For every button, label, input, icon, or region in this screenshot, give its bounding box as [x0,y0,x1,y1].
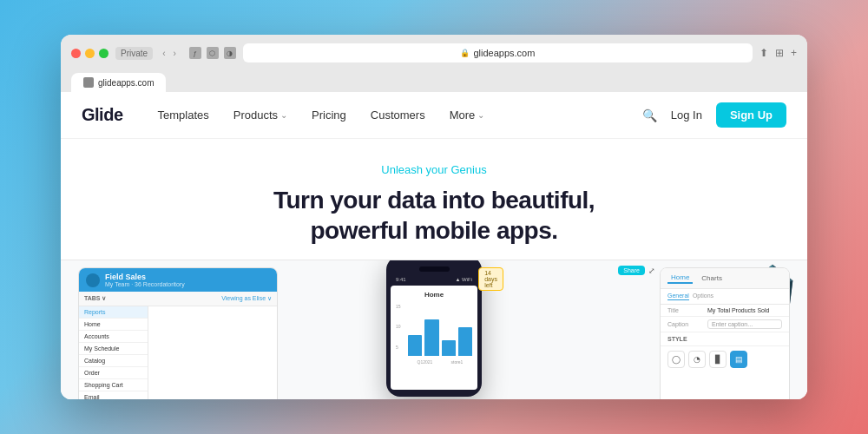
nav-products[interactable]: Products [233,108,287,122]
list-item[interactable]: Catalog [79,355,148,367]
browser-icons: ƒ ⬡ ◑ [189,47,236,59]
list-item[interactable]: Reports [79,306,148,319]
browser-chrome: Private ‹ › ƒ ⬡ ◑ 🔒 glideapps.com ⬆ ⊞ + [61,35,807,92]
search-button[interactable]: 🔍 [642,108,657,122]
phone-x-axis: Q12021 store1 [408,359,472,365]
lp-header-text: Field Sales My Team · 36 Recordatoritory [105,273,185,287]
style-pie[interactable]: ◔ [688,351,706,368]
lock-icon: 🔒 [460,49,470,57]
style-bar[interactable]: ▊ [709,351,727,368]
list-item[interactable]: My Schedule [79,343,148,355]
nav-more[interactable]: More [450,108,485,122]
rp-caption-label: Caption [667,321,702,327]
add-tab-icon[interactable]: + [791,47,797,59]
lp-content [148,306,277,399]
lp-tabs-label[interactable]: TABS ∨ [84,295,106,302]
bar-chart-bar [442,340,456,356]
site-navbar: Glide Templates Products Pricing Custome… [61,92,807,139]
nav-customers[interactable]: Customers [371,108,425,122]
phone-screen-title: Home [396,291,472,299]
tab-title: glideapps.com [98,78,154,88]
style-stack[interactable]: ▤ [730,351,747,368]
hero-tagline: Unleash your Genius [381,163,486,176]
url-text: glideapps.com [473,48,535,58]
nav-links: Templates Products Pricing Customers Mor… [158,108,642,122]
nav-templates[interactable]: Templates [158,108,209,122]
phone-y-axis: 15 10 5 [396,304,401,365]
headline-line2: powerful mobile apps. [310,217,557,244]
nav-pricing[interactable]: Pricing [312,108,346,122]
rp-style-section: STYLE [661,332,789,346]
rp-header: Home Charts [661,268,789,289]
signup-button[interactable]: Sign Up [716,102,786,128]
right-panel: Home Charts General Options Title My Tot… [660,267,790,399]
days-left-area: 14 days left Share ⤢ [618,266,655,275]
phone-notch [419,266,450,272]
share-icon[interactable]: ⬆ [760,47,768,59]
y-label: 10 [396,324,401,329]
rp-caption-input[interactable]: Enter caption... [707,319,782,329]
phone-signal: ▲ WiFi [455,277,472,282]
bar-chart-bar [458,327,472,356]
x-label: Q12021 [418,359,433,365]
browser-tab[interactable]: glideapps.com [71,73,166,92]
lp-viewing[interactable]: Viewing as Elise ∨ [221,295,272,302]
days-left-badge: 14 days left [478,267,503,291]
list-item[interactable]: Accounts [79,331,148,343]
list-item[interactable]: Email [79,391,148,399]
search-icon[interactable]: ƒ [189,47,201,59]
rp-subtabs: General Options [661,289,789,305]
extension-icon[interactable]: ⬡ [207,47,219,59]
x-label: store1 [451,359,464,365]
private-label: Private [115,47,153,60]
tabs-icon[interactable]: ⊞ [775,47,784,59]
rp-tab-charts[interactable]: Charts [698,273,726,283]
tab-bar: glideapps.com [71,69,797,92]
browser-right-icons: ⬆ ⊞ + [760,47,797,59]
back-arrow[interactable]: ‹ [160,47,168,60]
traffic-light-yellow[interactable] [85,49,95,58]
theme-icon[interactable]: ◑ [224,47,236,59]
lp-avatar [86,273,100,287]
rp-style-icons: ◯ ◔ ▊ ▤ [661,346,789,372]
phone-bars [408,304,472,356]
nav-actions: 🔍 Log In Sign Up [642,102,786,128]
login-button[interactable]: Log In [671,108,702,122]
rp-tab-home[interactable]: Home [667,273,693,284]
hero-section: Unleash your Genius Turn your data into … [61,139,807,260]
list-item[interactable]: Order [79,367,148,379]
phone-mockup: 9:41 ▲ WiFi Home 15 10 5 [386,260,482,397]
lp-title: Field Sales [105,273,185,281]
list-item[interactable]: Shopping Cart [79,379,148,391]
lp-toolbar: TABS ∨ Viewing as Elise ∨ [79,292,277,306]
expand-icon[interactable]: ⤢ [648,266,655,275]
website-content: Glide Templates Products Pricing Custome… [61,92,807,399]
hero-headline: Turn your data into beautiful, powerful … [273,185,595,246]
list-item[interactable]: Home [79,319,148,331]
site-logo[interactable]: Glide [82,105,123,125]
forward-arrow[interactable]: › [170,47,178,60]
address-bar-row: 🔒 glideapps.com [243,43,753,62]
lp-body: Reports Home Accounts My Schedule Catalo… [79,306,277,399]
subtab-general[interactable]: General [667,293,689,300]
share-button[interactable]: Share [618,266,645,275]
lp-header: Field Sales My Team · 36 Recordatoritory [79,268,277,292]
traffic-light-red[interactable] [71,49,81,58]
phone-time: 9:41 [396,277,406,282]
headline-line1: Turn your data into beautiful, [273,187,595,214]
rp-title-row: Title My Total Products Sold [661,305,789,317]
style-donut[interactable]: ◯ [667,351,685,368]
rp-title-label: Title [667,307,702,313]
address-bar[interactable]: 🔒 glideapps.com [243,43,753,62]
bar-chart-bar [408,335,422,356]
left-panel: Field Sales My Team · 36 Recordatoritory… [78,267,278,399]
nav-arrows: ‹ › [160,47,179,60]
rp-title-value: My Total Products Sold [707,307,782,313]
bar-chart-bar [424,319,438,356]
browser-top-bar: Private ‹ › ƒ ⬡ ◑ 🔒 glideapps.com ⬆ ⊞ + [71,43,797,62]
traffic-light-green[interactable] [99,49,108,58]
traffic-lights [71,49,108,58]
y-label: 15 [396,304,401,309]
subtab-options[interactable]: Options [693,293,713,300]
preview-inner: Field Sales My Team · 36 Recordatoritory… [61,260,807,399]
